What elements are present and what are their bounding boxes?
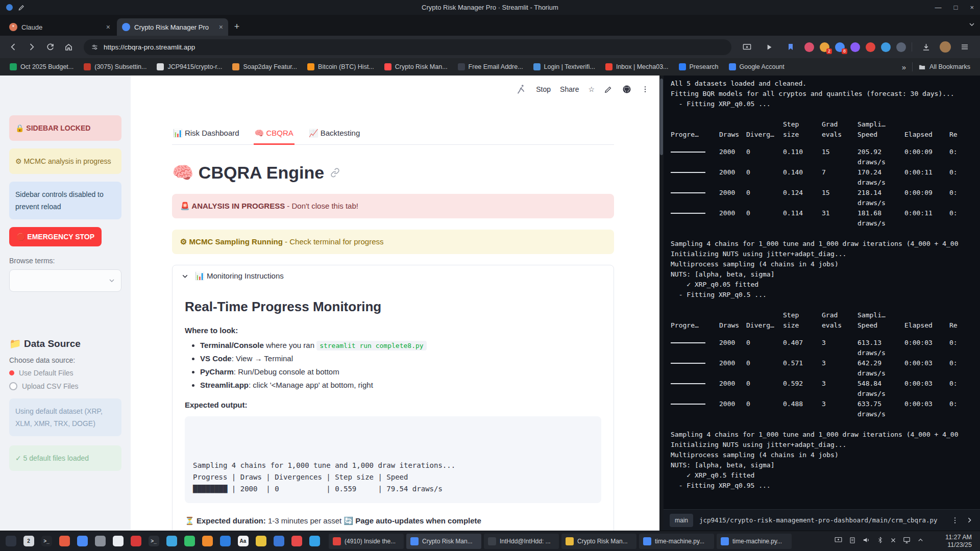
taskbar-window-button[interactable]: Crypto Risk Man...: [406, 534, 481, 549]
maximize-button[interactable]: □: [954, 4, 958, 11]
chevron-up-icon[interactable]: [917, 536, 924, 546]
emergency-stop-button[interactable]: 🛑 EMERGENCY STOP: [9, 227, 102, 246]
taskbar-launcher[interactable]: [57, 534, 72, 549]
taskbar-launcher[interactable]: [307, 534, 322, 549]
terminal-log-line: Initializing NUTS using jitter+adapt_dia…: [671, 249, 980, 259]
bookmark-item[interactable]: Inbox | Mecha03...: [601, 61, 673, 72]
taskbar-window-button[interactable]: time-machine.py...: [639, 534, 714, 549]
taskbar-launcher[interactable]: [110, 534, 126, 549]
edit-icon[interactable]: [604, 85, 612, 94]
anchor-link-icon[interactable]: [330, 168, 340, 178]
taskbar-launcher[interactable]: [182, 534, 197, 549]
volume-icon[interactable]: [862, 536, 871, 546]
browser-tab[interactable]: * Claude ×: [4, 18, 115, 36]
app-tab[interactable]: 🧠 CBQRA: [254, 129, 295, 145]
back-icon[interactable]: [5, 39, 21, 55]
minimize-button[interactable]: —: [935, 4, 942, 11]
taskbar-window-button[interactable]: (4910) Inside the...: [329, 534, 404, 549]
bookmark-item[interactable]: Soap2day Featur...: [228, 61, 302, 72]
expander-body: Real-Time Progress Monitoring Where to l…: [173, 287, 614, 531]
all-bookmarks-button[interactable]: All Bookmarks: [914, 61, 975, 73]
bookmarks-overflow-icon[interactable]: »: [897, 63, 911, 71]
home-icon[interactable]: [60, 39, 77, 55]
extension-icon[interactable]: 8: [835, 42, 845, 52]
app-tab[interactable]: 📊 Risk Dashboard: [172, 129, 240, 145]
taskbar-clock[interactable]: 11:27 AM 11/23/25: [932, 534, 977, 549]
taskbar-launcher[interactable]: [92, 534, 108, 549]
extension-icon[interactable]: [804, 42, 814, 52]
branch-badge[interactable]: main: [670, 514, 693, 527]
stop-button[interactable]: Stop: [536, 85, 551, 93]
display-icon[interactable]: [902, 536, 911, 546]
forward-icon[interactable]: [23, 39, 40, 55]
radio-upload-csv[interactable]: Upload CSV Files: [9, 382, 121, 390]
extension-icon[interactable]: [881, 42, 891, 52]
extension-icon[interactable]: [850, 42, 860, 52]
browser-tab[interactable]: Crypto Risk Manager Pro ×: [117, 18, 228, 36]
extension-icon[interactable]: [866, 42, 875, 52]
bluetooth-icon[interactable]: [876, 536, 884, 546]
window-titlebar: Crypto Risk Manager Pro · Streamlit - Th…: [0, 0, 980, 15]
cast-icon[interactable]: [739, 39, 755, 55]
taskbar-launcher[interactable]: Aa: [235, 534, 251, 549]
taskbar-launcher[interactable]: [253, 534, 268, 549]
expected-output-code: Sampling 4 chains for 1,000 tune and 1,0…: [185, 416, 601, 503]
taskbar-launcher[interactable]: [217, 534, 233, 549]
clipboard-icon[interactable]: [848, 536, 856, 546]
site-settings-icon[interactable]: [91, 43, 99, 51]
reload-icon[interactable]: [42, 39, 58, 55]
taskbar-launcher[interactable]: [128, 534, 143, 549]
bookmark-item[interactable]: Crypto Risk Man...: [380, 61, 452, 72]
bookmark-item[interactable]: Bitcoin (BTC) Hist...: [303, 61, 379, 72]
play-icon[interactable]: [761, 39, 777, 55]
taskbar-launcher[interactable]: [3, 534, 18, 549]
browse-terms-select[interactable]: [9, 269, 121, 292]
taskbar-window-button[interactable]: IntHdd@IntHdd: ...: [484, 534, 559, 549]
taskbar-launcher[interactable]: [164, 534, 179, 549]
bookmark-item[interactable]: JCP9415/crypto-r...: [152, 61, 227, 72]
repo-path: jcp9415/crypto-risk-management-pro-dashb…: [699, 515, 945, 525]
taskbar-launcher[interactable]: >_: [146, 534, 161, 549]
screenshare-icon[interactable]: [834, 536, 843, 546]
downloads-icon[interactable]: [918, 39, 934, 55]
scrollbar-thumb[interactable]: [660, 79, 663, 155]
bookmark-item[interactable]: Presearch: [674, 61, 723, 72]
extension-icon[interactable]: [896, 42, 906, 52]
bookmark-icon[interactable]: [782, 39, 799, 55]
terminal-menu-icon[interactable]: [951, 516, 959, 524]
app-tab[interactable]: 📈 Backtesting: [308, 129, 361, 145]
github-icon[interactable]: [622, 84, 632, 94]
expander-header[interactable]: 📊 Monitoring Instructions: [173, 265, 614, 287]
x-status-icon[interactable]: [890, 537, 897, 546]
taskbar-launcher[interactable]: >_: [39, 534, 54, 549]
new-tab-button[interactable]: +: [230, 19, 244, 34]
profile-avatar[interactable]: [940, 41, 951, 53]
tab-search-icon[interactable]: [968, 20, 976, 31]
tab-close-icon[interactable]: ×: [219, 23, 223, 31]
bookmark-item[interactable]: Free Email Addre...: [453, 61, 528, 72]
collapse-panel-icon[interactable]: [965, 516, 974, 524]
taskbar-launcher[interactable]: [271, 534, 286, 549]
overflow-menu-icon[interactable]: [641, 85, 649, 93]
taskbar-launcher[interactable]: [289, 534, 304, 549]
bookmark-item[interactable]: Login | Textverifi...: [529, 61, 600, 72]
taskbar-launcher[interactable]: [200, 534, 215, 549]
launcher-icon: [77, 536, 88, 546]
bookmark-item[interactable]: Oct 2025 Budget...: [5, 61, 78, 72]
taskbar-launcher[interactable]: [75, 534, 90, 549]
bookmark-favicon: [157, 63, 164, 70]
bookmark-item[interactable]: (3075) Subsettin...: [79, 61, 151, 72]
scrollbar[interactable]: [659, 76, 664, 531]
extension-icon[interactable]: 2: [820, 42, 829, 52]
star-icon[interactable]: ☆: [588, 85, 595, 93]
menu-icon[interactable]: [957, 39, 973, 55]
radio-use-default-files[interactable]: Use Default Files: [9, 369, 121, 377]
address-bar[interactable]: https://cbqra-pro.streamlit.app: [84, 39, 731, 55]
close-button[interactable]: ×: [970, 4, 974, 11]
taskbar-window-button[interactable]: Crypto Risk Man...: [561, 534, 636, 549]
bookmark-item[interactable]: Google Account: [724, 61, 789, 72]
taskbar-window-button[interactable]: time-machine.py...: [717, 534, 792, 549]
tab-close-icon[interactable]: ×: [106, 23, 110, 31]
taskbar-launcher[interactable]: 2: [21, 534, 36, 549]
share-button[interactable]: Share: [560, 85, 579, 93]
